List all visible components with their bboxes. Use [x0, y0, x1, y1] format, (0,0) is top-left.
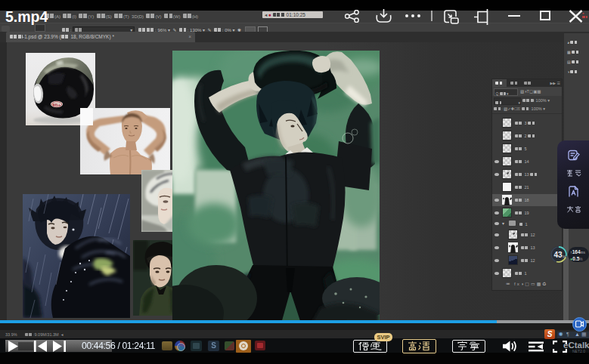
- svg-text:43: 43: [553, 251, 563, 259]
- svg-text:%: %: [563, 254, 566, 259]
- svg-text:BELL: BELL: [53, 103, 61, 106]
